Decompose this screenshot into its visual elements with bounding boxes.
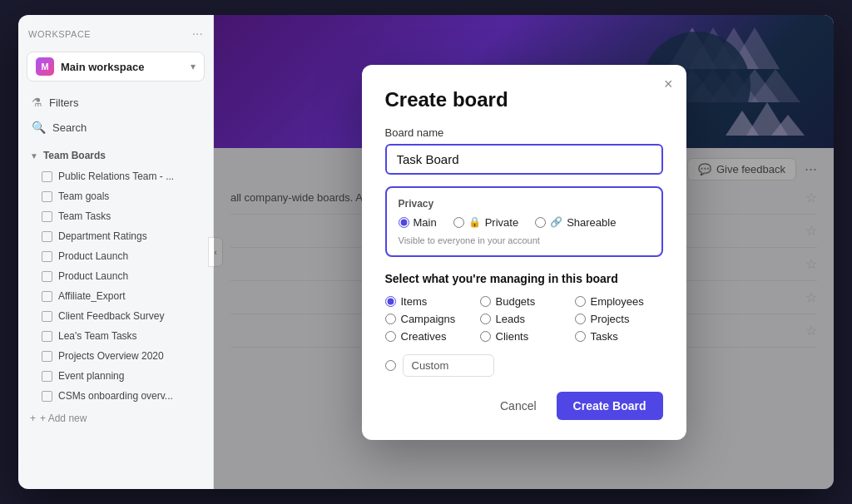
privacy-main-label: Main	[414, 216, 437, 229]
sidebar-board-item[interactable]: Lea's Team Tasks	[18, 326, 213, 346]
manage-label-campaigns: Campaigns	[401, 313, 456, 325]
board-label: Department Ratings	[58, 230, 147, 242]
manage-radio-employees[interactable]	[575, 296, 586, 307]
main-area: 💬 Give feedback ··· all company-wide boa…	[214, 15, 834, 489]
manage-option-items[interactable]: Items	[385, 295, 473, 308]
add-new-button[interactable]: + + Add new	[18, 406, 213, 431]
sidebar-board-item[interactable]: Event planning	[18, 366, 213, 386]
board-icon	[42, 331, 52, 342]
privacy-radio-main[interactable]	[399, 217, 409, 228]
board-icon	[42, 191, 52, 202]
team-boards-label: Team Boards	[43, 150, 106, 161]
manage-radio-tasks[interactable]	[575, 331, 586, 342]
board-icon	[42, 351, 52, 362]
filter-icon: ⚗	[32, 96, 42, 109]
sidebar: Workspace ··· M Main workspace ▾ ⚗ Filte…	[18, 15, 214, 489]
cancel-button[interactable]: Cancel	[488, 393, 548, 419]
board-icon	[42, 311, 52, 322]
add-icon: +	[30, 413, 36, 424]
workspace-label: Workspace	[28, 29, 91, 39]
manage-radio-creatives[interactable]	[385, 331, 396, 342]
manage-radio-items[interactable]	[385, 296, 396, 307]
privacy-radio-shareable[interactable]	[535, 217, 546, 228]
privacy-radio-private[interactable]	[453, 217, 464, 228]
board-label: CSMs onboarding overv...	[58, 390, 173, 402]
manage-option-campaigns[interactable]: Campaigns	[385, 313, 473, 325]
manage-option-employees[interactable]: Employees	[575, 295, 663, 308]
sidebar-board-item[interactable]: Department Ratings	[18, 226, 213, 246]
sidebar-board-item[interactable]: Projects Overview 2020	[18, 346, 213, 366]
workspace-selector[interactable]: M Main workspace ▾	[27, 52, 205, 82]
filters-label: Filters	[49, 96, 78, 109]
privacy-option-private[interactable]: 🔒 Private	[453, 216, 518, 229]
search-nav-item[interactable]: 🔍 Search	[18, 115, 213, 140]
custom-option-row	[385, 354, 663, 377]
sidebar-board-item[interactable]: Team goals	[18, 186, 213, 206]
workspace-name: Main workspace	[61, 61, 184, 73]
lock-icon: 🔒	[468, 216, 481, 228]
manage-option-projects[interactable]: Projects	[575, 313, 663, 325]
board-icon	[42, 371, 52, 382]
sidebar-board-item[interactable]: Product Launch	[18, 266, 213, 286]
custom-radio[interactable]	[385, 360, 396, 371]
create-board-button[interactable]: Create Board	[557, 392, 663, 420]
manage-option-creatives[interactable]: Creatives	[385, 330, 473, 343]
manage-radio-leads[interactable]	[480, 314, 491, 324]
manage-radio-clients[interactable]	[480, 331, 491, 342]
modal-overlay: × Create board Board name Privacy Main 🔒	[214, 15, 834, 489]
board-icon	[42, 391, 52, 402]
sidebar-board-item[interactable]: Client Feedback Survey	[18, 306, 213, 326]
sidebar-header: Workspace ···	[18, 15, 213, 48]
filters-nav-item[interactable]: ⚗ Filters	[18, 90, 213, 115]
manage-radio-projects[interactable]	[575, 314, 586, 324]
privacy-label: Privacy	[399, 198, 650, 210]
manage-radio-budgets[interactable]	[480, 296, 491, 307]
manage-label-clients: Clients	[496, 330, 529, 343]
workspace-avatar: M	[36, 57, 54, 76]
manage-option-tasks[interactable]: Tasks	[575, 330, 663, 343]
privacy-option-shareable[interactable]: 🔗 Shareable	[535, 216, 616, 229]
sidebar-board-item[interactable]: Team Tasks	[18, 206, 213, 226]
manage-label-budgets: Budgets	[496, 295, 536, 308]
sidebar-dots-icon[interactable]: ···	[192, 27, 203, 42]
modal-title: Create board	[385, 88, 663, 111]
sidebar-board-item[interactable]: Product Launch	[18, 246, 213, 266]
section-toggle-icon: ▼	[30, 151, 38, 161]
chevron-down-icon: ▾	[191, 61, 196, 72]
board-label: Product Launch	[58, 250, 128, 262]
board-label: Public Relations Team - ...	[58, 170, 174, 182]
board-icon	[42, 251, 52, 262]
board-icon	[42, 171, 52, 182]
manage-label-items: Items	[401, 295, 428, 308]
board-icon	[42, 231, 52, 242]
manage-option-budgets[interactable]: Budgets	[480, 295, 568, 308]
manage-radio-campaigns[interactable]	[385, 314, 396, 324]
board-icon	[42, 291, 52, 302]
privacy-option-main[interactable]: Main	[399, 216, 437, 229]
sidebar-board-item[interactable]: CSMs onboarding overv...	[18, 386, 213, 406]
board-label: Product Launch	[58, 270, 128, 282]
custom-radio-option[interactable]	[385, 360, 396, 371]
team-boards-section[interactable]: ▼ Team Boards	[18, 145, 213, 166]
privacy-hint: Visible to everyone in your account	[399, 235, 650, 245]
manage-option-leads[interactable]: Leads	[480, 313, 568, 325]
board-label: Client Feedback Survey	[58, 310, 164, 322]
board-label: Team goals	[58, 190, 109, 202]
search-icon: 🔍	[32, 121, 46, 134]
board-label: Lea's Team Tasks	[58, 330, 137, 342]
board-name-input[interactable]	[385, 144, 663, 175]
modal-close-button[interactable]: ×	[664, 77, 673, 91]
manage-label-tasks: Tasks	[591, 330, 618, 343]
manage-options-grid: ItemsBudgetsEmployeesCampaignsLeadsProje…	[385, 295, 663, 343]
create-board-modal: × Create board Board name Privacy Main 🔒	[362, 65, 686, 440]
privacy-section: Privacy Main 🔒 Private	[385, 186, 663, 257]
app-container: Workspace ··· M Main workspace ▾ ⚗ Filte…	[18, 15, 834, 489]
custom-text-input[interactable]	[403, 354, 494, 377]
board-label: Event planning	[58, 370, 124, 382]
board-list: Public Relations Team - ...Team goalsTea…	[18, 166, 213, 406]
sidebar-board-item[interactable]: Public Relations Team - ...	[18, 166, 213, 186]
sidebar-board-item[interactable]: Affiliate_Export	[18, 286, 213, 306]
manage-option-clients[interactable]: Clients	[480, 330, 568, 343]
board-label: Projects Overview 2020	[58, 350, 164, 362]
board-label: Affiliate_Export	[58, 290, 126, 302]
